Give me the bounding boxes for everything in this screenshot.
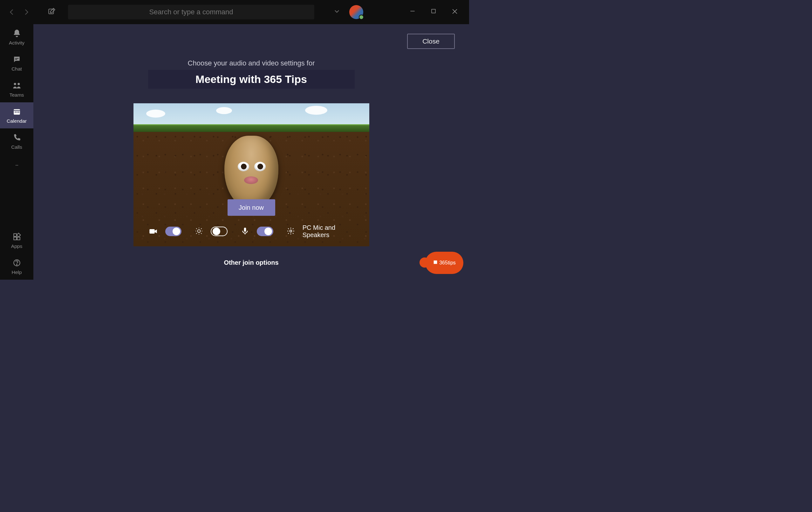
background-effects-toggle[interactable] — [211, 227, 228, 236]
svg-rect-13 — [14, 237, 17, 240]
preview-grass — [134, 124, 369, 132]
search-input-box[interactable] — [68, 5, 314, 19]
sidebar-item-label: Calls — [11, 144, 22, 150]
pre-join-panel: Close Choose your audio and video settin… — [33, 24, 469, 280]
bell-icon — [12, 29, 22, 38]
phone-icon — [12, 133, 22, 142]
svg-point-20 — [290, 230, 292, 232]
window-close-icon[interactable] — [451, 8, 458, 16]
titlebar — [0, 0, 469, 24]
microphone-toggle[interactable] — [257, 227, 273, 236]
back-arrow-icon[interactable] — [8, 8, 15, 16]
svg-point-3 — [18, 83, 20, 85]
microphone-icon — [241, 227, 249, 236]
command-chevron-icon[interactable] — [334, 8, 340, 16]
window-minimize-icon[interactable] — [409, 8, 416, 16]
sidebar-item-calls[interactable]: Calls — [0, 129, 33, 154]
profile-avatar[interactable] — [349, 5, 363, 19]
svg-rect-7 — [18, 112, 19, 113]
background-blur-icon — [195, 227, 203, 236]
close-button[interactable]: Close — [407, 34, 455, 49]
audio-device-label[interactable]: PC Mic and Speakers — [302, 224, 354, 239]
svg-rect-17 — [149, 229, 154, 234]
sidebar-item-help[interactable]: Help — [0, 254, 33, 280]
camera-toggle[interactable] — [165, 227, 182, 236]
meeting-title: Meeting with 365 Tips — [148, 70, 355, 89]
settings-gear-icon[interactable] — [287, 227, 295, 236]
camera-preview: Join now PC Mic and Speakers — [134, 103, 369, 246]
sidebar-item-label: Help — [12, 269, 22, 275]
teams-icon — [12, 81, 22, 90]
prejoin-controls: PC Mic and Speakers — [134, 224, 369, 239]
window-maximize-icon[interactable] — [430, 8, 437, 16]
more-dots-icon — [12, 162, 22, 171]
brand-badge: 365tips — [425, 252, 463, 274]
compose-icon[interactable] — [48, 7, 56, 17]
potato-avatar — [224, 136, 279, 209]
presence-available-badge — [359, 15, 364, 20]
help-icon — [12, 258, 22, 267]
brand-label: 365tips — [439, 260, 456, 266]
svg-rect-5 — [14, 112, 16, 113]
svg-rect-1 — [432, 9, 435, 13]
svg-point-8 — [16, 165, 16, 166]
sidebar-item-label: Activity — [9, 40, 25, 46]
join-now-button[interactable]: Join now — [228, 199, 275, 216]
svg-point-18 — [198, 230, 201, 233]
chat-icon — [12, 55, 22, 64]
svg-rect-21 — [434, 261, 437, 264]
search-input[interactable] — [68, 8, 314, 16]
sidebar-item-apps[interactable]: Apps — [0, 228, 33, 254]
apps-icon — [12, 232, 22, 241]
sidebar-item-more[interactable] — [0, 154, 33, 178]
app-sidebar: Activity Chat Teams Calendar Calls — [0, 24, 33, 280]
svg-rect-11 — [14, 234, 17, 236]
svg-point-16 — [16, 264, 17, 265]
svg-rect-12 — [17, 233, 20, 237]
calendar-icon — [12, 107, 22, 116]
sidebar-item-label: Apps — [11, 244, 22, 249]
preview-sky — [134, 103, 369, 124]
sidebar-item-chat[interactable]: Chat — [0, 50, 33, 76]
svg-point-2 — [14, 83, 16, 85]
svg-point-10 — [17, 165, 18, 166]
forward-arrow-icon[interactable] — [23, 8, 30, 16]
svg-point-9 — [17, 165, 17, 166]
sidebar-item-label: Calendar — [7, 118, 27, 124]
sidebar-item-activity[interactable]: Activity — [0, 24, 33, 50]
pre-join-subheading: Choose your audio and video settings for — [33, 59, 469, 67]
sidebar-item-label: Chat — [11, 66, 22, 72]
sidebar-item-teams[interactable]: Teams — [0, 76, 33, 102]
sidebar-item-label: Teams — [9, 92, 24, 98]
svg-rect-19 — [244, 228, 246, 232]
camera-icon — [149, 227, 157, 236]
svg-rect-14 — [17, 237, 20, 240]
svg-rect-6 — [16, 112, 17, 113]
office-icon — [433, 260, 438, 266]
sidebar-item-calendar[interactable]: Calendar — [0, 102, 33, 129]
other-join-options[interactable]: Other join options — [33, 259, 469, 266]
